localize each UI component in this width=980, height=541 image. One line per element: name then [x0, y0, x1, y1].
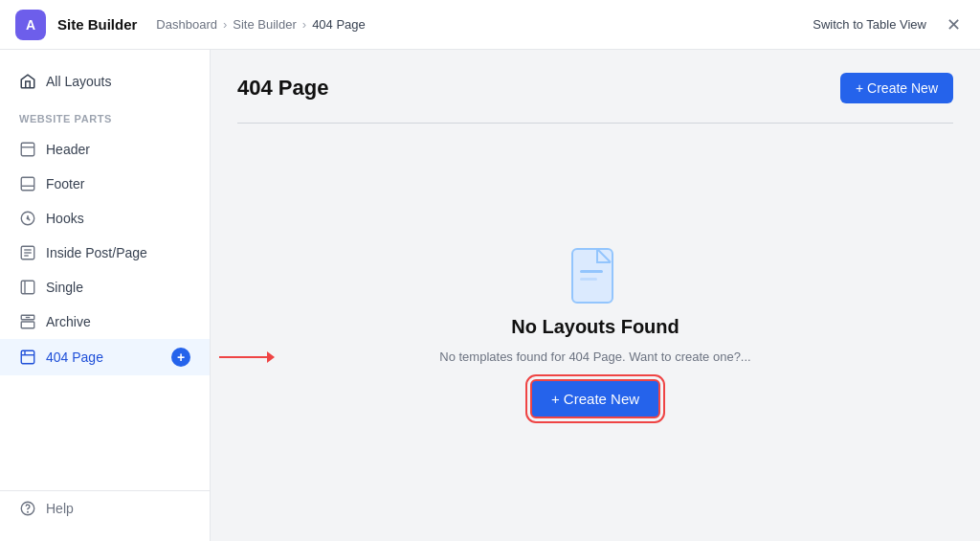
hooks-icon [19, 210, 36, 227]
empty-state: No Layouts Found No templates found for … [211, 124, 980, 541]
content-area: 404 Page + Create New No Layouts Found N… [211, 50, 980, 541]
app-title: Site Builder [57, 16, 137, 33]
create-new-button-top[interactable]: + Create New [840, 73, 953, 103]
svg-rect-2 [21, 177, 34, 191]
sidebar-item-404[interactable]: 404 Page + [0, 339, 210, 375]
topbar-right: Switch to Table View ✕ [813, 13, 965, 36]
404-page-label: 404 Page [46, 349, 103, 365]
404-icon [19, 349, 36, 366]
content-header: 404 Page + Create New [211, 50, 980, 123]
sidebar-all-layouts[interactable]: All Layouts [0, 65, 210, 98]
main-layout: All Layouts Website Parts Header Footer [0, 50, 980, 541]
app-logo[interactable]: A [15, 10, 46, 40]
sidebar-item-single[interactable]: Single [0, 270, 210, 304]
svg-rect-21 [580, 278, 597, 281]
arrow-indicator [219, 351, 275, 363]
website-parts-label: Website Parts [0, 98, 210, 132]
help-label: Help [46, 501, 74, 516]
empty-title: No Layouts Found [511, 316, 679, 338]
archive-icon [19, 313, 36, 330]
help-icon [19, 500, 36, 517]
svg-rect-14 [21, 350, 34, 364]
footer-icon [19, 175, 36, 192]
breadcrumb-site-builder[interactable]: Site Builder [233, 17, 296, 32]
empty-subtitle: No templates found for 404 Page. Want to… [439, 349, 750, 364]
header-label: Header [46, 142, 90, 157]
breadcrumb-current: 404 Page [312, 17, 366, 32]
sidebar-item-help[interactable]: Help [0, 490, 210, 526]
hooks-label: Hooks [46, 211, 84, 226]
switch-view-button[interactable]: Switch to Table View [813, 17, 926, 32]
header-icon [19, 141, 36, 158]
footer-label: Footer [46, 176, 84, 192]
breadcrumb-sep-1: › [223, 17, 227, 32]
single-icon [19, 279, 36, 296]
svg-point-18 [28, 511, 29, 512]
sidebar-item-hooks[interactable]: Hooks [0, 201, 210, 236]
sidebar-item-inside-post[interactable]: Inside Post/Page [0, 236, 210, 270]
close-button[interactable]: ✕ [942, 13, 965, 36]
sidebar-item-header[interactable]: Header [0, 132, 210, 167]
svg-rect-0 [21, 143, 34, 156]
breadcrumb-sep-2: › [302, 17, 306, 32]
svg-point-5 [27, 217, 29, 219]
sidebar-item-footer[interactable]: Footer [0, 167, 210, 201]
all-layouts-label: All Layouts [46, 74, 111, 89]
inside-post-label: Inside Post/Page [46, 245, 147, 260]
sidebar: All Layouts Website Parts Header Footer [0, 50, 211, 541]
home-icon [19, 73, 36, 90]
archive-label: Archive [46, 314, 91, 329]
empty-document-icon [570, 247, 620, 304]
svg-rect-20 [580, 270, 603, 273]
svg-rect-12 [21, 322, 34, 328]
create-new-button-center[interactable]: + Create New [530, 379, 660, 418]
topbar: A Site Builder Dashboard › Site Builder … [0, 0, 980, 50]
breadcrumb: Dashboard › Site Builder › 404 Page [156, 17, 365, 32]
inside-post-icon [19, 244, 36, 261]
sidebar-item-archive[interactable]: Archive [0, 304, 210, 339]
breadcrumb-dashboard[interactable]: Dashboard [156, 17, 217, 32]
single-label: Single [46, 280, 83, 295]
svg-rect-10 [21, 281, 34, 294]
page-title: 404 Page [237, 76, 328, 101]
add-layout-button[interactable]: + [171, 348, 190, 367]
